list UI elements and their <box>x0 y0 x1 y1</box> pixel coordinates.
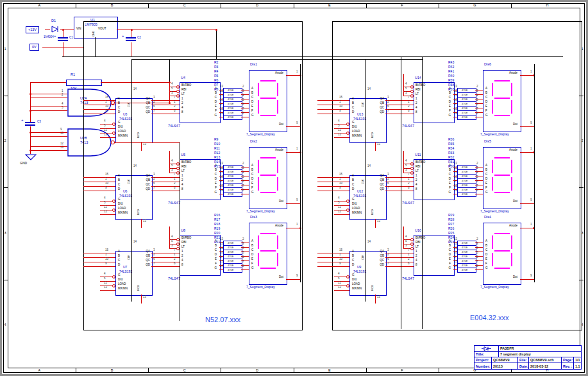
counter-pin-num: 11 <box>338 129 341 132</box>
counter-pin-name: D/U <box>118 278 123 282</box>
wire <box>62 56 563 57</box>
display-pin-num: 6 <box>476 180 478 184</box>
counter-pin-name: A <box>118 98 120 101</box>
decoder-pin-name: BI/RBO <box>416 84 425 87</box>
wire <box>83 186 115 187</box>
decoder-pin-name: F <box>197 110 217 113</box>
segment <box>260 115 276 116</box>
counter-pin-name: D <box>352 264 354 267</box>
resistor[interactable]: 470E <box>457 268 476 273</box>
counter-pin-name: QC <box>369 184 384 187</box>
resistor[interactable]: 470E <box>223 115 242 120</box>
counter-pin-num: 3 <box>387 173 389 176</box>
display-pin-num: 4 <box>242 247 244 250</box>
counter-pin-num: 15 <box>105 96 108 99</box>
counter-pin-name: QB <box>369 102 384 105</box>
display-pin-name: D <box>485 178 487 181</box>
display-pin-num: 2 <box>242 238 244 241</box>
display-pin-num: 5 <box>242 176 244 179</box>
decoder-pin-name: 2 <box>181 255 183 258</box>
resistor-value: 470E <box>228 175 233 178</box>
display-pin-name: Anode <box>256 149 283 152</box>
counter-pin-name: D/U <box>118 126 123 129</box>
wire <box>241 194 249 194</box>
decoder-pin-num: 11 <box>220 94 223 98</box>
display-type: 7_Segment_Display <box>246 210 275 213</box>
ground-icon <box>25 154 37 161</box>
wire <box>317 253 349 253</box>
counter-pin-num: 4 <box>338 120 340 123</box>
decoder-pin-name: G <box>432 114 451 117</box>
segment <box>492 160 493 173</box>
resistor[interactable]: 470E <box>223 268 242 273</box>
resistor-designator: R38 <box>448 83 454 87</box>
resistor-value: 470E <box>462 98 467 101</box>
decoder-pin-num: 11 <box>454 171 457 175</box>
resistor[interactable]: 470E <box>457 192 476 197</box>
decoder-pin-name: RBI <box>416 166 421 169</box>
display-pin-name: Anode <box>256 225 283 228</box>
counter-pin-name: QA <box>369 250 384 253</box>
resistor-designator: R13 <box>214 156 220 159</box>
resistor-value: 470E <box>462 189 467 191</box>
counter-pin-name: QA <box>369 175 384 178</box>
cap1-plate[interactable] <box>58 37 68 38</box>
junction-dot <box>169 81 171 83</box>
counter-pin-num: 15 <box>339 249 342 252</box>
segment <box>260 80 276 81</box>
resistor[interactable]: 470E <box>223 192 242 197</box>
inversion-bubble <box>410 243 414 246</box>
decoder-pin-num: 6 <box>174 187 176 190</box>
counter-pin-name: CLK <box>362 176 364 184</box>
decoder-pin-num: 6 <box>174 262 176 266</box>
wire <box>83 266 115 267</box>
display-pin-num: 5 <box>476 252 478 255</box>
counter-pin-name: QD <box>369 264 384 267</box>
decoder-pin-name: C <box>432 249 451 252</box>
wire <box>422 56 423 329</box>
display-pin-name: C <box>485 173 487 176</box>
diode-designator: D1 <box>51 19 56 23</box>
decoder-pin-num: 6 <box>174 110 176 113</box>
display-pin-name: A <box>251 240 253 243</box>
digit-stage-Dis4: U974LS19115A1B10C9D4G5D/U11LOAD12MX/MN3Q… <box>330 214 537 310</box>
decoder-pin-name: C <box>432 96 451 99</box>
power-port-0v[interactable]: 0V <box>29 44 39 51</box>
wire <box>180 142 180 321</box>
resistor-designator: R42 <box>448 65 454 69</box>
display-pin-name: Dot <box>269 123 283 126</box>
counter-pin-num: 6 <box>153 105 155 108</box>
resistor-value: 470E <box>228 260 233 262</box>
resistor-designator: R5 <box>214 74 218 78</box>
decoder-pin-name: 2 <box>416 179 417 182</box>
wire <box>45 30 50 30</box>
counter-pin-name: D <box>352 188 354 191</box>
decoder-pin-num: 5 <box>171 164 173 167</box>
decoder-pin-name: 1 <box>181 175 183 178</box>
counter-pin-num: 1 <box>339 101 341 104</box>
decoder-pin-num: 2 <box>174 105 176 108</box>
wire <box>63 30 63 37</box>
resistor-value: 470E <box>228 166 233 169</box>
display-pin-num: 5 <box>242 99 244 102</box>
power-port-13v[interactable]: +13V <box>26 26 39 33</box>
decoder-pin-name: E <box>197 258 217 261</box>
title-block[interactable]: PA3DFR Title: 7 segment display Project:… <box>474 345 582 370</box>
resistor-designator: R22 <box>214 241 220 244</box>
display-pin-num: 8 <box>476 112 478 115</box>
counter-type: 74LS191 <box>119 117 132 121</box>
display-pin-num: 8 <box>242 265 244 268</box>
counter-pin-num: 10 <box>105 105 108 108</box>
segment <box>494 80 510 81</box>
counter-pin-name: CLK <box>362 99 364 107</box>
display-pin-name: F <box>485 110 487 113</box>
decoder-pin-name: 4 <box>416 184 417 187</box>
decoder-pin-name: 1 <box>416 98 417 101</box>
resistor[interactable]: 470E <box>457 115 476 120</box>
decoder-pin-num: 9 <box>220 103 222 107</box>
display-pin-name: B <box>251 169 253 172</box>
counter-pin-num: 11 <box>338 206 341 209</box>
inversion-bubble <box>112 275 115 278</box>
cap3-plate[interactable] <box>25 122 35 123</box>
segment <box>260 250 276 252</box>
